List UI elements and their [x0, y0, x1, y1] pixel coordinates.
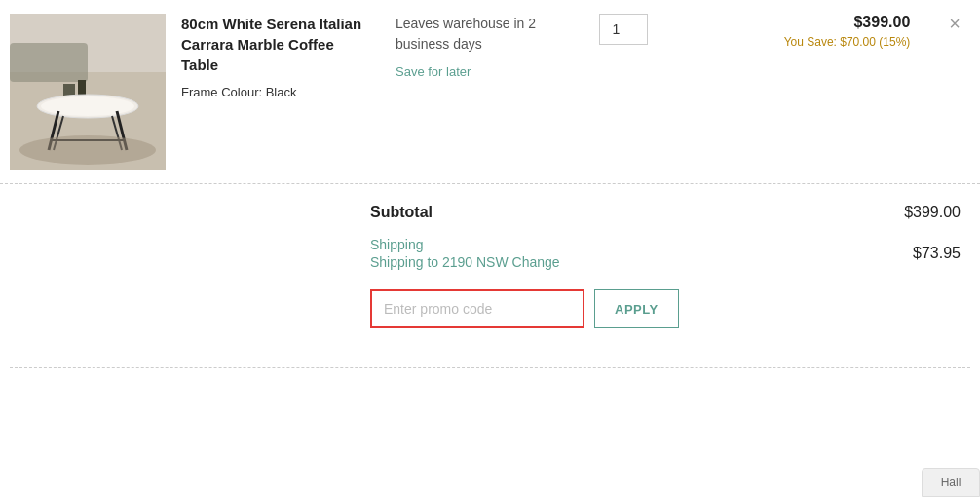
price-section: $399.00 You Save: $70.00 (15%) — [672, 14, 939, 49]
savings-text: You Save: $70.00 (15%) — [672, 35, 910, 49]
subtotal-row: Subtotal $399.00 — [370, 204, 961, 221]
item-price: $399.00 — [672, 14, 910, 31]
you-save-amount: $70.00 (15%) — [840, 35, 910, 49]
subtotal-value: $399.00 — [904, 204, 961, 221]
promo-code-input[interactable] — [370, 289, 584, 328]
save-for-later-link[interactable]: Save for later — [396, 62, 559, 82]
shipping-labels: Shipping Shipping to 2190 NSW Change — [370, 237, 560, 270]
product-image — [10, 14, 166, 170]
shipping-row: Shipping Shipping to 2190 NSW Change $73… — [370, 237, 961, 270]
you-save-label: You Save: — [784, 35, 837, 49]
svg-rect-2 — [10, 43, 88, 82]
product-name: 80cm White Serena Italian Carrara Marble… — [181, 14, 364, 75]
shipping-destination: Shipping to 2190 NSW Change — [370, 254, 560, 270]
change-address-link[interactable]: Change — [512, 254, 560, 270]
apply-promo-button[interactable]: APPLY — [594, 289, 679, 328]
chat-widget[interactable]: Hall — [922, 468, 980, 497]
bottom-divider — [10, 367, 970, 368]
quantity-input[interactable] — [599, 14, 648, 45]
order-summary: Subtotal $399.00 Shipping Shipping to 21… — [0, 184, 980, 348]
shipping-destination-text: Shipping to 2190 NSW — [370, 254, 509, 270]
svg-point-6 — [41, 96, 134, 116]
product-variant: Frame Colour: Black — [181, 85, 364, 99]
variant-label: Frame Colour: — [181, 85, 262, 99]
shipping-text: Leaves warehouse in 2 business days — [396, 16, 536, 52]
subtotal-label: Subtotal — [370, 204, 433, 221]
shipping-info: Leaves warehouse in 2 business days Save… — [380, 14, 575, 82]
chat-label: Hall — [941, 476, 961, 489]
shipping-cost-value: $73.95 — [913, 245, 961, 262]
quantity-section — [575, 14, 672, 45]
product-details: 80cm White Serena Italian Carrara Marble… — [166, 14, 380, 99]
shipping-label: Shipping — [370, 237, 560, 252]
cart-item-row: 80cm White Serena Italian Carrara Marble… — [0, 0, 980, 184]
svg-point-12 — [19, 135, 156, 165]
variant-value: Black — [266, 85, 297, 99]
promo-code-row: APPLY — [370, 289, 961, 328]
remove-item-button[interactable]: × — [939, 14, 961, 33]
